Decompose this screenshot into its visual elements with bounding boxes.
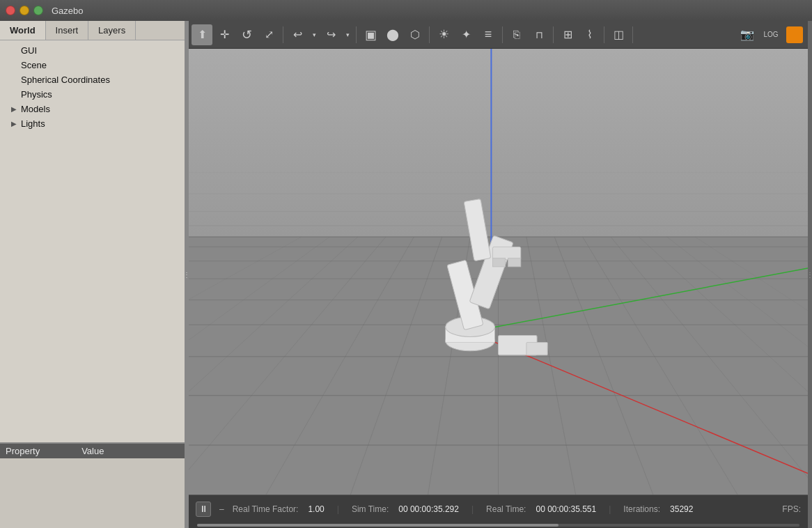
iterations-value: 35292 (670, 504, 693, 514)
maximize-button[interactable] (33, 6, 43, 15)
realtime-value: 1.00 (308, 504, 324, 514)
cylinder-button[interactable]: ⬡ (405, 24, 425, 45)
align-button[interactable]: ⊞ (557, 24, 578, 45)
fps-label: FPS: (782, 504, 801, 514)
spotlight-icon: ✦ (462, 28, 471, 41)
sep4 (502, 26, 503, 43)
cursor-icon: ⬆ (198, 28, 207, 41)
dirlight-icon: ≡ (485, 27, 492, 42)
close-button[interactable] (6, 6, 15, 15)
prop-col2: Value (81, 446, 104, 456)
minimize-button[interactable] (19, 6, 29, 15)
record-indicator (786, 26, 803, 43)
world-tree: GUI Scene Spherical Coordinates Physics … (0, 40, 185, 442)
3d-viewport[interactable] (189, 49, 808, 495)
rotate-icon: ↺ (242, 27, 252, 42)
realtime2-label: Real Time: (486, 504, 526, 514)
tree-item-physics[interactable]: Physics (0, 87, 185, 102)
progress-bar-area (189, 522, 808, 528)
redo-icon: ↪ (327, 28, 336, 41)
sphere-icon: ⬤ (387, 28, 399, 41)
pause-icon: ⏸ (199, 504, 208, 514)
snap-button[interactable]: ⌇ (579, 24, 600, 45)
right-panel: ⬆ ✛ ↺ ⤢ ↩ ▾ ↪ ▾ (189, 21, 808, 528)
undo-chevron-icon: ▾ (313, 31, 316, 38)
property-table: Property Value (0, 442, 185, 528)
record-button[interactable] (784, 24, 805, 45)
sep5 (553, 26, 554, 43)
right-resize-handle[interactable]: ⋮ (808, 21, 812, 528)
simtime-value: 00 00:00:35.292 (398, 504, 459, 514)
paste-button[interactable]: ⊓ (529, 24, 549, 45)
statusbar: ⏸ – Real Time Factor: 1.00 | Sim Time: 0… (189, 495, 808, 522)
translate-icon: ✛ (220, 28, 229, 41)
tab-world[interactable]: World (0, 21, 46, 40)
tree-item-gui[interactable]: GUI (0, 43, 185, 58)
rotate-tool-button[interactable]: ↺ (236, 24, 257, 45)
copy-button[interactable]: ⎘ (506, 24, 527, 45)
progress-bar (197, 524, 799, 527)
translate-tool-button[interactable]: ✛ (214, 24, 235, 45)
view-angle-button[interactable]: ◫ (608, 24, 629, 45)
tree-item-models[interactable]: ▶ Models (0, 102, 185, 116)
tab-bar: World Insert Layers (0, 21, 185, 40)
scale-tool-button[interactable]: ⤢ (258, 24, 279, 45)
simtime-label: Sim Time: (352, 504, 389, 514)
iterations-label: Iterations: (623, 504, 660, 514)
left-panel: World Insert Layers GUI Scene Spherical … (0, 21, 185, 528)
log-icon: LOG (763, 31, 778, 38)
progress-dot: – (219, 504, 224, 514)
sep7 (632, 26, 633, 43)
undo-icon: ↩ (293, 28, 302, 41)
realtime2-value: 00 00:00:35.551 (536, 504, 596, 514)
select-tool-button[interactable]: ⬆ (192, 24, 212, 45)
cylinder-icon: ⬡ (410, 28, 420, 41)
arrow-models: ▶ (11, 105, 18, 113)
camera-icon: 📷 (740, 28, 754, 41)
sep6 (604, 26, 604, 43)
ground-background (189, 236, 808, 495)
pause-button[interactable]: ⏸ (196, 502, 211, 517)
snap-icon: ⌇ (587, 28, 593, 41)
toolbar: ⬆ ✛ ↺ ⤢ ↩ ▾ ↪ ▾ (189, 21, 808, 49)
sep2 (356, 26, 357, 43)
sun-icon: ☀ (439, 27, 449, 42)
undo-dropdown[interactable]: ▾ (309, 24, 319, 45)
paste-icon: ⊓ (536, 29, 543, 40)
prop-header: Property Value (0, 444, 185, 458)
screenshot-button[interactable]: 📷 (737, 24, 758, 45)
titlebar: Gazebo (0, 0, 812, 21)
redo-button[interactable]: ↪ (320, 24, 341, 45)
undo-button[interactable]: ↩ (287, 24, 308, 45)
view-icon: ◫ (614, 28, 624, 41)
redo-dropdown[interactable]: ▾ (343, 24, 352, 45)
realtime-label: Real Time Factor: (233, 504, 299, 514)
progress-bar-fill (197, 524, 559, 527)
dir-light-button[interactable]: ≡ (478, 24, 499, 45)
arrow-lights: ▶ (11, 120, 18, 127)
sphere-button[interactable]: ⬤ (382, 24, 403, 45)
align-icon: ⊞ (563, 28, 572, 41)
point-light-button[interactable]: ☀ (433, 24, 454, 45)
sep1 (283, 26, 283, 43)
sep3 (429, 26, 430, 43)
main-layout: World Insert Layers GUI Scene Spherical … (0, 21, 812, 528)
tree-item-scene[interactable]: Scene (0, 58, 185, 72)
box-icon: ▣ (365, 27, 377, 42)
tree-item-spherical-coords[interactable]: Spherical Coordinates (0, 72, 185, 87)
window-title: Gazebo (52, 6, 84, 16)
tab-insert[interactable]: Insert (46, 21, 89, 40)
spot-light-button[interactable]: ✦ (455, 24, 476, 45)
copy-icon: ⎘ (513, 29, 520, 41)
log-button[interactable]: LOG (759, 24, 783, 45)
box-button[interactable]: ▣ (360, 24, 381, 45)
tree-item-lights[interactable]: ▶ Lights (0, 116, 185, 131)
tab-layers[interactable]: Layers (88, 21, 136, 40)
redo-chevron-icon: ▾ (346, 31, 350, 38)
statusbar-inner: ⏸ – Real Time Factor: 1.00 | Sim Time: 0… (196, 502, 801, 517)
prop-col1: Property (6, 446, 40, 456)
sky-background (189, 49, 808, 236)
scale-icon: ⤢ (265, 28, 274, 41)
